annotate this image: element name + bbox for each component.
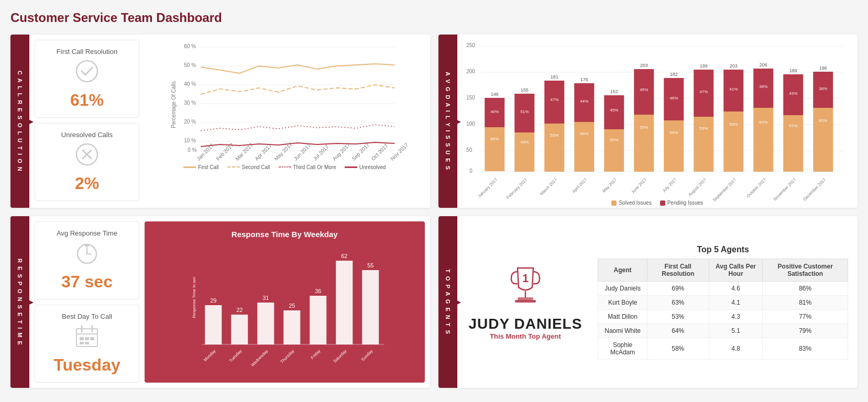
svg-text:February 2017: February 2017 bbox=[506, 177, 529, 200]
bar-jul: 182 54% 46% bbox=[664, 72, 684, 172]
svg-text:50 %: 50 % bbox=[184, 62, 196, 68]
svg-text:29: 29 bbox=[210, 297, 216, 304]
svg-text:50: 50 bbox=[466, 147, 473, 153]
svg-text:Friday: Friday bbox=[310, 349, 322, 360]
svg-text:Percentage Of Calls: Percentage Of Calls bbox=[171, 81, 177, 128]
col-agent: Agent bbox=[598, 259, 647, 281]
first-call-value: 61% bbox=[70, 91, 104, 110]
svg-rect-77 bbox=[694, 117, 713, 172]
top-agent-subtitle: This Month Top Agent bbox=[490, 332, 561, 340]
svg-text:Oct 2017: Oct 2017 bbox=[370, 142, 389, 162]
svg-text:41%: 41% bbox=[729, 87, 738, 92]
svg-text:150: 150 bbox=[466, 95, 475, 100]
svg-text:May 2017: May 2017 bbox=[601, 177, 618, 194]
unresolved-calls-card: Unresolved Calls 2% bbox=[35, 123, 139, 201]
svg-rect-138 bbox=[336, 261, 353, 344]
fcr-cell: 58% bbox=[647, 338, 709, 359]
svg-text:55%: 55% bbox=[640, 125, 648, 130]
bar-sep: 203 59% 41% bbox=[723, 63, 743, 172]
agent-name-cell: Matt Dillon bbox=[598, 309, 647, 323]
svg-text:22: 22 bbox=[236, 307, 243, 313]
svg-text:46%: 46% bbox=[669, 96, 678, 100]
avg-response-value: 37 sec bbox=[61, 272, 113, 292]
svg-rect-136 bbox=[310, 296, 326, 344]
satisfaction-cell: 86% bbox=[763, 281, 848, 295]
svg-text:152: 152 bbox=[610, 89, 618, 94]
svg-text:September 2017: September 2017 bbox=[712, 177, 738, 203]
top-agents-label: T O P A G E N T S bbox=[438, 216, 457, 388]
svg-text:53%: 53% bbox=[550, 133, 558, 138]
agent-name-cell: Kurt Boyle bbox=[598, 295, 647, 309]
table-row: Naomi White 64% 5.1 79% bbox=[598, 323, 848, 338]
fcr-cell: 63% bbox=[647, 295, 709, 309]
col-avg-calls: Avg Calls Per Hour bbox=[709, 259, 763, 281]
svg-text:November 2017: November 2017 bbox=[772, 177, 797, 202]
svg-rect-53 bbox=[544, 81, 564, 124]
svg-text:203: 203 bbox=[729, 63, 737, 69]
svg-text:176: 176 bbox=[580, 77, 588, 82]
table-title: Top 5 Agents bbox=[598, 245, 848, 254]
svg-text:Wednesday: Wednesday bbox=[250, 349, 269, 367]
svg-rect-52 bbox=[544, 124, 564, 172]
line-chart-legend: First Call Second Call Third Call Or Mor… bbox=[147, 164, 423, 170]
satisfaction-cell: 79% bbox=[763, 323, 848, 338]
svg-text:51%: 51% bbox=[520, 109, 529, 114]
weekday-chart-title: Response Time By Weekday bbox=[151, 230, 419, 239]
svg-text:March 2017: March 2017 bbox=[539, 177, 558, 196]
trophy-icon: 1 bbox=[507, 264, 544, 311]
bar-may: 152 55% 45% bbox=[604, 89, 624, 172]
svg-rect-151 bbox=[518, 297, 533, 300]
top-agent-name: JUDY DANIELS bbox=[469, 316, 583, 332]
table-row: Sophie McAdam 58% 4.8 83% bbox=[598, 338, 848, 359]
svg-text:Apr 2017: Apr 2017 bbox=[254, 142, 273, 162]
svg-text:25: 25 bbox=[289, 303, 295, 309]
svg-text:57%: 57% bbox=[789, 124, 797, 128]
svg-text:June 2017: June 2017 bbox=[630, 177, 647, 194]
bar-aug: 199 53% 47% bbox=[694, 63, 713, 172]
avg-calls-cell: 4.8 bbox=[709, 338, 763, 359]
svg-text:155: 155 bbox=[520, 87, 528, 93]
svg-rect-67 bbox=[634, 115, 654, 172]
svg-text:181: 181 bbox=[550, 74, 558, 80]
best-day-value: Tuesday bbox=[53, 355, 120, 375]
svg-rect-134 bbox=[283, 310, 300, 344]
svg-text:April 2017: April 2017 bbox=[571, 177, 588, 194]
top-agent-feature: 1 JUDY DANIELS This Month Top Agent bbox=[463, 258, 589, 347]
svg-rect-126 bbox=[85, 342, 89, 344]
stacked-bar-chart: 250 200 150 100 50 0 bbox=[462, 41, 854, 193]
svg-text:1: 1 bbox=[522, 272, 529, 285]
table-row: Matt Dillon 53% 4.3 77% bbox=[598, 309, 848, 323]
svg-text:182: 182 bbox=[669, 72, 677, 77]
svg-rect-57 bbox=[574, 122, 594, 172]
satisfaction-cell: 83% bbox=[763, 338, 848, 359]
table-row: Judy Daniels 69% 4.6 86% bbox=[598, 281, 848, 295]
svg-text:54%: 54% bbox=[669, 130, 678, 135]
svg-text:59%: 59% bbox=[729, 122, 738, 127]
avg-calls-cell: 4.1 bbox=[709, 295, 763, 309]
checkmark-icon bbox=[74, 59, 100, 87]
agent-name-cell: Judy Daniels bbox=[598, 281, 647, 295]
svg-text:47%: 47% bbox=[550, 97, 558, 102]
svg-text:36: 36 bbox=[315, 288, 321, 294]
svg-text:62%: 62% bbox=[759, 120, 767, 125]
svg-text:Jun 2017: Jun 2017 bbox=[292, 142, 312, 162]
svg-text:38%: 38% bbox=[819, 86, 827, 91]
fcr-cell: 53% bbox=[647, 309, 709, 323]
svg-text:146: 146 bbox=[490, 92, 498, 97]
page-title: Customer Service Team Dashboard bbox=[10, 10, 858, 25]
svg-text:55: 55 bbox=[367, 262, 373, 269]
avg-response-card: Avg Response Time 37 sec bbox=[35, 221, 139, 299]
satisfaction-cell: 81% bbox=[763, 295, 848, 309]
line-chart: 60 % 50 % 40 % 30 % 20 % 10 % 0 % bbox=[147, 42, 423, 162]
svg-text:July 2017: July 2017 bbox=[661, 177, 677, 193]
svg-rect-123 bbox=[85, 337, 89, 340]
svg-text:250: 250 bbox=[466, 42, 475, 48]
svg-rect-115 bbox=[85, 244, 89, 247]
svg-text:31: 31 bbox=[262, 295, 269, 301]
svg-text:43%: 43% bbox=[789, 91, 797, 96]
svg-rect-42 bbox=[485, 127, 504, 171]
avg-response-label: Avg Response Time bbox=[57, 229, 117, 237]
svg-text:0 %: 0 % bbox=[188, 147, 196, 153]
agents-table: Agent First Call Resolution Avg Calls Pe… bbox=[598, 259, 848, 360]
bar-nov: 189 57% 43% bbox=[783, 68, 803, 172]
